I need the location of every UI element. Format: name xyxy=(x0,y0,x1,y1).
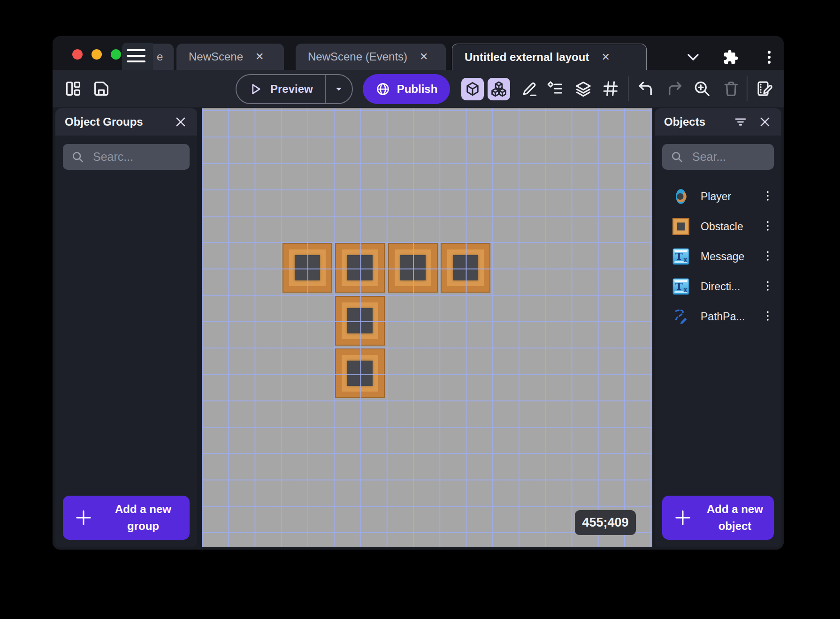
object-groups-search-input[interactable]: Searc... xyxy=(63,144,190,170)
instances-list-icon[interactable] xyxy=(545,78,565,99)
plus-icon xyxy=(74,508,93,527)
layers-icon[interactable] xyxy=(573,78,594,99)
close-icon[interactable]: ✕ xyxy=(255,52,264,62)
svg-text:T: T xyxy=(675,280,683,292)
kebab-menu-icon[interactable] xyxy=(761,49,777,65)
plus-icon xyxy=(673,508,692,527)
close-icon[interactable]: ✕ xyxy=(420,52,428,62)
obstacle-instance[interactable] xyxy=(335,348,385,398)
kebab-menu-icon[interactable] xyxy=(763,310,773,324)
obstacle-instance[interactable] xyxy=(335,243,385,293)
kebab-menu-icon[interactable] xyxy=(763,249,773,264)
preview-button-main[interactable]: Preview xyxy=(237,82,325,96)
obstacle-instance[interactable] xyxy=(388,243,438,293)
objects-search-input[interactable]: Sear... xyxy=(662,144,774,170)
preview-dropdown-button[interactable] xyxy=(325,75,352,103)
kebab-menu-icon[interactable] xyxy=(763,219,773,234)
toolbar-divider xyxy=(747,76,748,101)
object-row-directions[interactable]: Tx Directi... xyxy=(655,272,781,302)
kebab-menu-icon[interactable] xyxy=(763,189,773,204)
open-projects-panel-icon[interactable] xyxy=(63,78,84,99)
stacked-cubes-icon xyxy=(490,81,507,98)
add-object-button[interactable]: Add a new object xyxy=(662,496,774,540)
object-label: Obstacle xyxy=(701,220,751,233)
object-label: Directi... xyxy=(701,280,751,293)
search-icon xyxy=(71,151,84,164)
object-row-message[interactable]: Tx Message xyxy=(655,242,781,272)
toolbar: Preview Publish xyxy=(53,70,784,107)
object-groups-header: Object Groups xyxy=(55,108,197,136)
hamburger-menu-icon[interactable] xyxy=(127,49,145,63)
path-paint-icon xyxy=(672,308,689,325)
text-object-icon: Tx xyxy=(672,278,689,295)
tab-label: Untitled external layout xyxy=(465,51,589,64)
extensions-puzzle-icon[interactable] xyxy=(723,49,739,65)
home-tab-zone[interactable] xyxy=(122,43,153,70)
trash-icon[interactable] xyxy=(721,78,741,99)
zoom-in-icon[interactable] xyxy=(692,78,712,99)
objects-header: Objects xyxy=(655,108,781,136)
object-groups-panel: Object Groups Searc... Add a new group xyxy=(55,108,197,547)
traffic-zoom-button[interactable] xyxy=(111,49,121,60)
play-icon xyxy=(249,82,263,96)
search-icon xyxy=(671,151,684,164)
object-label: PathPa... xyxy=(701,310,751,323)
traffic-minimize-button[interactable] xyxy=(92,49,102,60)
close-icon[interactable] xyxy=(758,115,772,129)
edit-events-sheet-icon[interactable] xyxy=(755,78,775,99)
object-label: Message xyxy=(701,250,751,263)
filter-icon[interactable] xyxy=(733,115,748,129)
desktop-background: e NewScene ✕ NewScene (Events) ✕ Untitle… xyxy=(0,0,840,619)
tab-untitled-external-layout[interactable]: Untitled external layout ✕ xyxy=(452,44,647,70)
kebab-menu-icon[interactable] xyxy=(763,279,773,294)
obstacle-block-icon xyxy=(672,218,689,235)
publish-button[interactable]: Publish xyxy=(363,74,450,104)
edit-pencil-icon[interactable] xyxy=(519,78,540,99)
tab-truncated[interactable]: e xyxy=(153,44,174,70)
object-label: Player xyxy=(701,190,751,203)
tab-label: NewScene xyxy=(189,50,243,63)
objects-editor-toggle-button[interactable] xyxy=(461,78,484,100)
add-group-label: Add a new group xyxy=(101,501,185,535)
publish-label: Publish xyxy=(397,83,438,96)
svg-text:x: x xyxy=(684,256,687,263)
search-placeholder: Sear... xyxy=(692,150,726,164)
chevron-down-icon[interactable] xyxy=(685,49,701,65)
save-icon[interactable] xyxy=(91,78,112,99)
caret-down-icon xyxy=(333,83,345,95)
close-icon[interactable]: ✕ xyxy=(601,52,610,62)
svg-text:x: x xyxy=(684,286,687,293)
undo-icon[interactable] xyxy=(635,78,656,99)
objects-list: Player Obstacle xyxy=(655,181,781,332)
preview-button[interactable]: Preview xyxy=(236,74,353,104)
player-sprite-icon xyxy=(672,188,689,205)
object-row-pathpaint[interactable]: PathPa... xyxy=(655,302,781,332)
redo-icon[interactable] xyxy=(664,78,685,99)
tab-label: NewScene (Events) xyxy=(308,50,407,63)
traffic-close-button[interactable] xyxy=(72,49,83,60)
obstacle-instance[interactable] xyxy=(283,243,332,293)
globe-icon xyxy=(375,82,390,97)
tab-newscene-events[interactable]: NewScene (Events) ✕ xyxy=(296,44,446,70)
objects-panel: Objects Sear... xyxy=(655,108,781,547)
add-group-button[interactable]: Add a new group xyxy=(63,496,190,540)
object-row-obstacle[interactable]: Obstacle xyxy=(655,211,781,242)
toolbar-divider xyxy=(628,76,629,101)
search-placeholder: Searc... xyxy=(93,150,133,164)
titlebar: e NewScene ✕ NewScene (Events) ✕ Untitle… xyxy=(53,36,784,70)
object-row-player[interactable]: Player xyxy=(655,181,781,211)
svg-text:T: T xyxy=(675,250,683,262)
tab-newscene[interactable]: NewScene ✕ xyxy=(176,44,284,70)
grid-icon[interactable] xyxy=(600,78,621,99)
cursor-coordinates-badge: 455;409 xyxy=(575,510,636,535)
add-object-label: Add a new object xyxy=(701,501,769,535)
obstacle-instance[interactable] xyxy=(441,243,490,293)
scene-canvas[interactable]: 455;409 xyxy=(202,108,652,547)
preview-label: Preview xyxy=(270,83,313,96)
cube-icon xyxy=(464,81,481,98)
close-icon[interactable] xyxy=(174,115,188,129)
obstacle-instance[interactable] xyxy=(335,296,385,346)
panel-title: Objects xyxy=(664,115,723,128)
instances-editor-toggle-button[interactable] xyxy=(488,78,510,100)
text-object-icon: Tx xyxy=(672,248,689,265)
